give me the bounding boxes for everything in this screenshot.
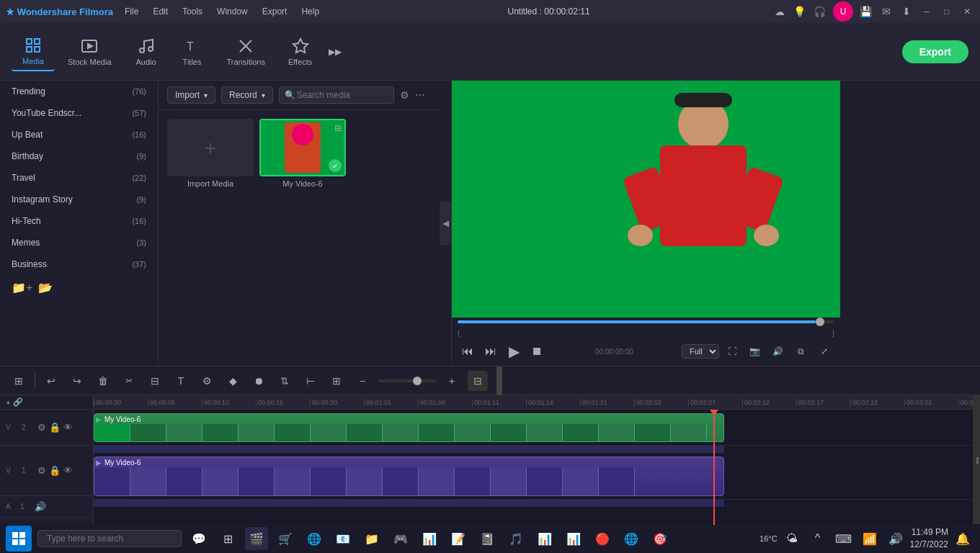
track-adjust-icon[interactable]: ⇅: [275, 371, 295, 391]
filter-icon[interactable]: ⚙: [400, 89, 409, 101]
import-thumb[interactable]: ＋: [167, 119, 254, 176]
track-v1-lock-icon[interactable]: 🔒: [49, 465, 61, 476]
maximize-button[interactable]: □: [940, 4, 954, 19]
taskbar-word-icon[interactable]: 📝: [447, 527, 470, 550]
taskbar-powerpoint-icon[interactable]: 📊: [562, 527, 585, 550]
snapshot-icon[interactable]: 📷: [745, 341, 765, 361]
export-button[interactable]: Export: [902, 40, 968, 63]
cloud-icon[interactable]: ☁: [772, 4, 787, 19]
headphone-icon[interactable]: 🎧: [813, 4, 827, 19]
track-v2-settings-icon[interactable]: ⚙: [37, 422, 46, 433]
toolbar-stock-button[interactable]: Stock Media: [58, 33, 122, 71]
mail-icon[interactable]: ✉: [879, 4, 894, 19]
menu-tools[interactable]: Tools: [177, 5, 208, 18]
notification-icon[interactable]: 🔔: [951, 527, 974, 550]
toolbar-titles-button[interactable]: T Titles: [171, 33, 214, 71]
record-btn[interactable]: ⏺: [249, 371, 269, 391]
bulb-icon[interactable]: 💡: [793, 4, 807, 19]
fullscreen-icon[interactable]: ⛶: [722, 341, 742, 361]
play-button[interactable]: ▶: [504, 341, 524, 361]
folder-icon[interactable]: 📂: [38, 281, 53, 295]
volume-icon[interactable]: 🔊: [768, 341, 788, 361]
link-button[interactable]: 🔗: [13, 397, 23, 407]
zoom-slider[interactable]: [378, 379, 436, 382]
taskbar-filmora-icon[interactable]: 🎬: [245, 527, 268, 550]
import-button[interactable]: Import ▾: [167, 86, 215, 104]
undo-button[interactable]: ↩: [41, 371, 61, 391]
video-thumb[interactable]: ⊞ ✓: [259, 119, 346, 176]
step-back-button[interactable]: ⏭: [481, 341, 501, 361]
timeline-layout-button[interactable]: ⊞: [9, 371, 29, 391]
pip-icon[interactable]: ⧉: [791, 341, 811, 361]
v1-clip[interactable]: ▶ My Video-6: [94, 457, 724, 496]
sidebar-item-upbeat[interactable]: Up Beat (16): [0, 124, 158, 145]
no-gap-icon[interactable]: ⊟: [145, 371, 165, 391]
redo-button[interactable]: ↪: [67, 371, 87, 391]
track-v2-lock-icon[interactable]: 🔒: [49, 422, 61, 433]
sidebar-item-instagram[interactable]: Instagram Story (9): [0, 189, 158, 210]
text-button[interactable]: T: [171, 371, 191, 391]
toolbar-transitions-button[interactable]: Transitions: [217, 33, 275, 71]
network-icon[interactable]: 📶: [858, 527, 881, 550]
menu-edit[interactable]: Edit: [147, 5, 174, 18]
taskbar-widgets-icon[interactable]: 💬: [187, 527, 210, 550]
clock-display[interactable]: 11:49 PM 12/7/2022: [910, 526, 948, 551]
more-options-icon[interactable]: ⋯: [415, 89, 425, 101]
import-media-item[interactable]: ＋ Import Media: [167, 119, 254, 188]
taskbar-chrome-icon[interactable]: 🌐: [620, 527, 643, 550]
weather-icon[interactable]: 🌤: [780, 527, 803, 550]
zoom-in-button[interactable]: +: [442, 371, 462, 391]
skip-back-button[interactable]: ⏮: [458, 341, 478, 361]
taskbar-mail-icon[interactable]: 📧: [331, 527, 355, 550]
taskbar-excel-icon[interactable]: 📊: [418, 527, 441, 550]
quality-select[interactable]: Full 1/2 1/4: [682, 344, 719, 359]
taskbar-explorer-icon[interactable]: 📁: [360, 527, 383, 550]
timeline-right-handle[interactable]: ▐: [973, 395, 980, 525]
toolbar-more-button[interactable]: ▶▶: [325, 42, 345, 62]
sidebar-item-memes[interactable]: Memes (3): [0, 232, 158, 253]
panel-collapse-button[interactable]: ◀: [440, 202, 451, 245]
toolbar-audio-button[interactable]: Audio: [125, 33, 168, 71]
track-v1-eye-icon[interactable]: 👁: [63, 465, 73, 476]
toolbar-effects-button[interactable]: Effects: [278, 33, 322, 71]
v2-clip[interactable]: ▶ My Video-6: [94, 413, 724, 442]
progress-bar[interactable]: [458, 320, 834, 323]
menu-file[interactable]: File: [119, 5, 144, 18]
sidebar-item-hitech[interactable]: Hi-Tech (16): [0, 210, 158, 232]
menu-export[interactable]: Export: [257, 5, 293, 18]
taskbar-app5-icon[interactable]: 🎯: [649, 527, 672, 550]
keyboard-icon[interactable]: ⌨: [832, 527, 855, 550]
taskbar-xbox-icon[interactable]: 🎮: [389, 527, 412, 550]
adjust-button[interactable]: ⚙: [197, 371, 217, 391]
toolbar-media-button[interactable]: Media: [12, 32, 55, 71]
volume-icon[interactable]: 🔊: [884, 527, 907, 550]
track-v2-eye-icon[interactable]: 👁: [63, 422, 73, 433]
taskbar-search-input[interactable]: [37, 530, 182, 547]
keyframe-button[interactable]: ◆: [223, 371, 243, 391]
taskbar-edge-icon[interactable]: 🌐: [303, 527, 326, 550]
sidebar-item-youtube[interactable]: YouTube Endscr... (57): [0, 102, 158, 124]
close-button[interactable]: ✕: [960, 4, 974, 19]
track-a1-volume-icon[interactable]: 🔊: [35, 501, 46, 512]
save-icon[interactable]: 💾: [859, 4, 873, 19]
fit-button[interactable]: ⊟: [468, 371, 488, 391]
taskbar-app2-icon[interactable]: 🎵: [504, 527, 527, 550]
sidebar-item-business[interactable]: Business (37): [0, 253, 158, 275]
my-video-6-item[interactable]: ⊞ ✓ My Video-6: [259, 119, 346, 188]
stop-button[interactable]: ⏹: [527, 341, 547, 361]
user-avatar[interactable]: U: [833, 1, 853, 22]
minimize-button[interactable]: ─: [919, 4, 934, 19]
transition-btn[interactable]: ⊞: [326, 371, 347, 391]
taskbar-onenote-icon[interactable]: 📓: [476, 527, 499, 550]
system-icons[interactable]: ^: [806, 527, 829, 550]
add-folder-icon[interactable]: 📁+: [12, 281, 32, 295]
cut-button[interactable]: ✂: [119, 371, 139, 391]
split-button[interactable]: ⊢: [300, 371, 321, 391]
search-input[interactable]: [279, 86, 394, 104]
taskbar-app3-icon[interactable]: 📊: [533, 527, 556, 550]
sidebar-item-birthday[interactable]: Birthday (9): [0, 145, 158, 167]
start-button[interactable]: [6, 526, 32, 552]
taskbar-store-icon[interactable]: 🛒: [274, 527, 297, 550]
track-v1-settings-icon[interactable]: ⚙: [37, 465, 46, 476]
zoom-handle[interactable]: [413, 377, 422, 385]
